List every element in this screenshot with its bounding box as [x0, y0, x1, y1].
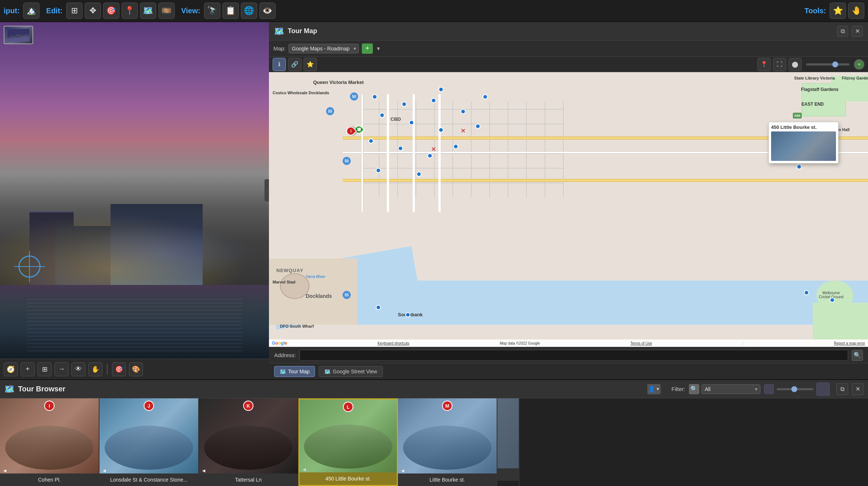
tour-browser-restore-btn[interactable]: ⧉	[836, 383, 848, 395]
edit-3d-btn[interactable]: 🎯	[103, 3, 119, 19]
view-globe-btn[interactable]: 🌐	[241, 3, 257, 19]
filter-dropdown[interactable]: All	[701, 384, 760, 394]
address-input[interactable]	[300, 350, 848, 361]
map-pin-blue-6[interactable]	[438, 127, 444, 133]
map-pin-blue-16[interactable]	[475, 124, 480, 129]
map-pin-blue-12[interactable]	[376, 168, 381, 173]
view-label: View:	[181, 7, 200, 15]
keyboard-shortcuts[interactable]: Keyboard shortcuts	[378, 341, 409, 345]
thumb-cohen-pl[interactable]: I ◄ Cohen Pl.	[0, 398, 99, 486]
pano-color-btn[interactable]: 🎨	[129, 362, 143, 376]
map-pin-blue-10[interactable]	[427, 153, 433, 158]
pano-eye-btn[interactable]: 👁	[71, 362, 85, 376]
map-pin-blue-15[interactable]	[405, 312, 410, 317]
map-pin-blue-11[interactable]	[453, 144, 458, 149]
map-star-btn[interactable]: ⭐	[304, 58, 317, 71]
map-pin-blue-8[interactable]	[368, 138, 374, 144]
user-dropdown-btn[interactable]: 👤 ▼	[647, 384, 661, 394]
edit-grid-btn[interactable]: ⊞	[66, 3, 83, 19]
thumb-450-little-bourke[interactable]: L ◄ 450 Little Bourke st.	[298, 398, 398, 486]
map-pin-blue-4[interactable]	[379, 113, 385, 118]
add-dropdown-arrow[interactable]: ▼	[376, 46, 381, 52]
address-bar: Address: 🔍	[269, 347, 868, 363]
pano-target-btn[interactable]: 🎯	[112, 362, 126, 376]
map-pin-btn[interactable]: 📍	[757, 58, 771, 71]
left-panel: ⋮ 🧭 + ⊞ → 👁 ✋ 🎯 🎨	[0, 22, 269, 379]
map-container[interactable]: Queen Victoria Market Costco Wholesale D…	[269, 72, 868, 347]
map-canvas[interactable]: Queen Victoria Market Costco Wholesale D…	[269, 72, 868, 347]
map-type-dropdown[interactable]: Google Maps - Roadmap Google Maps - Sate…	[288, 44, 359, 53]
input-add-btn[interactable]: 🏔️	[23, 3, 39, 19]
terms-link[interactable]: Terms of Use	[630, 341, 652, 345]
thumb-badge-j: J	[144, 401, 154, 411]
edit-film-btn[interactable]: 🎞️	[158, 3, 175, 19]
filter-dropdown-wrapper[interactable]: All ▼	[701, 384, 760, 394]
pano-hand-btn[interactable]: ✋	[88, 362, 102, 376]
user-dropdown-arrow: ▼	[656, 387, 660, 391]
map-pin-blue-13[interactable]	[416, 172, 421, 177]
map-pin-selected[interactable]: I	[346, 127, 355, 138]
east-end-label: EAST END	[801, 102, 824, 107]
edit-move-btn[interactable]: ✥	[85, 3, 101, 19]
panorama-view[interactable]: ⋮	[0, 22, 269, 359]
tools-star-btn[interactable]: ⭐	[830, 3, 846, 19]
map-restore-btn[interactable]: ⧉	[837, 26, 848, 37]
view-eye-btn[interactable]: 👁️	[259, 3, 276, 19]
panel-drag-handle[interactable]: ⋮	[265, 179, 269, 201]
filter-icon-btn[interactable]: 🔍	[689, 384, 699, 394]
flinders-st-road	[343, 179, 868, 182]
add-location-btn[interactable]: +	[362, 43, 373, 54]
zoom-plus-btn[interactable]: +	[854, 59, 864, 70]
map-label: Map:	[273, 45, 286, 52]
pano-thumbnail-icon[interactable]	[4, 26, 33, 44]
speed-sign-55b: 55	[343, 291, 351, 299]
map-pin-blue-14[interactable]	[376, 305, 381, 310]
thumb-arrow-i: ◄	[2, 468, 7, 473]
tab-tour-map[interactable]: 🗺️ Tour Map	[274, 366, 315, 377]
map-pin-blue-5[interactable]	[409, 120, 414, 125]
map-pin-blue-21[interactable]	[483, 94, 488, 99]
thumbnail-size-slider[interactable]	[777, 388, 813, 390]
map-tooltip[interactable]: 450 Little Bourke st.	[769, 122, 839, 163]
tour-browser-close-btn[interactable]: ✕	[852, 383, 864, 395]
tools-hand-btn[interactable]: 🤚	[848, 3, 864, 19]
map-zoom-slider[interactable]	[806, 63, 850, 66]
tools-label: Tools:	[804, 7, 826, 15]
map-link-btn[interactable]: 🔗	[288, 58, 301, 71]
x-marker-2: ✕	[461, 127, 465, 134]
view-clipboard-btn[interactable]: 📋	[223, 3, 239, 19]
map-close-btn[interactable]: ✕	[852, 26, 863, 37]
view-binoculars-btn[interactable]: 🔭	[204, 3, 220, 19]
address-search-btn[interactable]: 🔍	[852, 350, 863, 361]
report-link[interactable]: Report a map error	[834, 341, 865, 345]
pano-grid-btn[interactable]: ⊞	[38, 362, 52, 376]
tour-map-icon: 🗺️	[274, 27, 284, 36]
pano-arrow-btn[interactable]: →	[55, 362, 69, 376]
thumb-little-bourke[interactable]: M ◄ Little Bourke st.	[398, 398, 497, 486]
map-zoom-thumb[interactable]	[832, 61, 838, 67]
map-pin-blue-3[interactable]	[431, 98, 436, 103]
thumb-partial[interactable]	[497, 398, 519, 486]
map-pin-blue-22[interactable]	[438, 87, 444, 92]
map-data: Map data ©2022 Google	[500, 341, 540, 345]
map-pin-blue-9[interactable]	[398, 146, 403, 151]
map-pin-blue-19[interactable]	[804, 290, 809, 295]
map-pin-blue-18[interactable]	[797, 164, 802, 169]
map-pin-blue-2[interactable]	[402, 102, 407, 107]
map-expand-btn[interactable]: ⛶	[773, 58, 786, 71]
toolbar-divider	[107, 364, 108, 375]
pano-add-btn[interactable]: +	[21, 362, 35, 376]
thumbnail-size-thumb[interactable]	[791, 386, 797, 392]
map-info-btn[interactable]: ℹ	[273, 58, 286, 71]
edit-marker-btn[interactable]: 📍	[122, 3, 138, 19]
thumb-tattersal-ln[interactable]: K ◄ Tattersal Ln	[199, 398, 298, 486]
map-pin-blue-20[interactable]	[830, 297, 835, 303]
thumb-lonsdale-st[interactable]: J ◄ Lonsdale St & Constance Stone...	[99, 398, 199, 486]
edit-maps-btn[interactable]: 🗺️	[140, 3, 156, 19]
map-pin-blue-7[interactable]	[461, 109, 466, 114]
map-pin-blue-1[interactable]	[372, 94, 377, 99]
map-type-dropdown-wrapper[interactable]: Google Maps - Roadmap Google Maps - Sate…	[288, 44, 359, 53]
tab-street-view[interactable]: 🗺️ Google Street View	[319, 366, 382, 377]
map-layers-btn[interactable]: ⬤	[788, 58, 802, 71]
pano-compass-btn[interactable]: 🧭	[4, 362, 18, 376]
